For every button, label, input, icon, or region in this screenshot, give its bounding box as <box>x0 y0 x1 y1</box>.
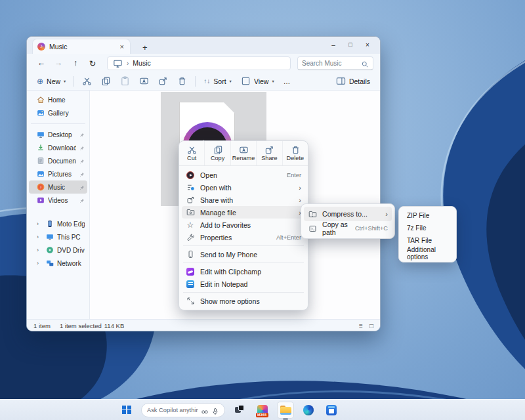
star-icon: ☆ <box>186 220 195 230</box>
sidebar-item-network[interactable]: › Network <box>29 257 87 270</box>
desktop: ♪ Music × + – □ × ← → ↑ ↻ › Music <box>0 0 525 420</box>
share-action[interactable]: Share <box>257 141 282 165</box>
menu-item-show-more-options[interactable]: Show more options <box>182 295 305 307</box>
tab-music[interactable]: ♪ Music × <box>32 39 131 54</box>
rename-button[interactable] <box>135 74 154 89</box>
details-pane-icon <box>336 76 346 86</box>
icons-view-toggle[interactable]: □ <box>369 322 373 329</box>
menu-item-properties[interactable]: Properties Alt+Enter <box>182 231 305 243</box>
chevron-right-icon[interactable]: › <box>37 234 43 240</box>
menu-item-manage-file[interactable]: Manage file › <box>182 206 305 219</box>
maximize-button[interactable]: □ <box>342 41 359 48</box>
breadcrumb-chevron-icon: › <box>127 60 129 67</box>
m365-badge: M365 <box>256 413 268 417</box>
clipchamp-icon <box>186 267 195 276</box>
menu-item-zip-file[interactable]: ZIP File <box>402 209 453 222</box>
close-button[interactable]: × <box>359 41 376 49</box>
menu-item-additional-options[interactable]: Additional options <box>402 247 453 259</box>
microphone-icon[interactable] <box>211 406 219 414</box>
sidebar-item-music[interactable]: ♪ Music <box>29 180 87 194</box>
compress-icon <box>308 209 317 219</box>
search-box[interactable] <box>297 56 373 70</box>
m365-copilot-button[interactable]: M365 <box>254 402 271 419</box>
menu-item-share-with[interactable]: Share with › <box>182 194 305 206</box>
pin-icon <box>79 171 85 177</box>
task-view-button[interactable] <box>231 402 248 419</box>
rename-action[interactable]: Rename <box>231 141 257 165</box>
pin-icon <box>79 184 85 190</box>
submenu-chevron-icon: › <box>299 196 301 204</box>
sidebar-item-this-pc[interactable]: › This PC <box>29 230 87 243</box>
paste-button[interactable] <box>116 74 135 89</box>
menu-item-edit-notepad[interactable]: Edit in Notepad <box>182 278 305 290</box>
copilot-vision-icon[interactable] <box>201 406 209 414</box>
copy-button[interactable] <box>96 74 116 89</box>
sidebar-item-phone[interactable]: › Moto Edge 50 Neo <box>29 217 87 230</box>
trash-icon <box>291 145 300 154</box>
menu-item-open-with[interactable]: Open with › <box>182 181 305 194</box>
pin-icon <box>79 198 85 203</box>
menu-item-open[interactable]: Open Enter <box>182 169 305 181</box>
back-button[interactable]: ← <box>33 58 49 68</box>
menu-item-compress-to[interactable]: Compress to... › <box>304 207 392 221</box>
copilot-search-input[interactable] <box>147 407 198 413</box>
sidebar-item-gallery[interactable]: Gallery <box>29 106 87 119</box>
navigation-bar: ← → ↑ ↻ › Music <box>27 54 380 72</box>
divider <box>183 262 304 263</box>
show-more-icon <box>186 297 195 306</box>
delete-button[interactable] <box>173 74 192 89</box>
sidebar-item-dvd-drive[interactable]: › DVD Drive (D:) CCC <box>29 243 87 257</box>
m365-icon: M365 <box>257 405 268 415</box>
up-button[interactable]: ↑ <box>68 58 83 68</box>
search-input[interactable] <box>302 60 361 67</box>
dvd-icon <box>46 246 54 254</box>
breadcrumb: Music <box>133 59 150 67</box>
sidebar-item-pictures[interactable]: Pictures <box>29 167 87 180</box>
edge-button[interactable] <box>300 402 317 419</box>
menu-item-tar-file[interactable]: TAR File <box>402 234 453 247</box>
share-button[interactable] <box>154 74 173 89</box>
details-button[interactable]: Details <box>331 74 375 89</box>
copilot-search-pill[interactable] <box>141 403 225 417</box>
submenu-chevron-icon: › <box>385 210 388 218</box>
start-button[interactable] <box>118 402 135 419</box>
menu-item-7z-file[interactable]: 7z File <box>402 222 453 234</box>
sidebar-item-videos[interactable]: Videos <box>29 194 87 207</box>
music-folder-icon: ♪ <box>37 183 45 191</box>
menu-item-copy-as-path[interactable]: Copy as path Ctrl+Shift+C <box>304 221 392 236</box>
sidebar-item-documents[interactable]: Documents <box>29 154 87 167</box>
copy-icon <box>101 76 111 86</box>
chevron-right-icon[interactable]: › <box>37 220 43 227</box>
new-button[interactable]: ⊕ New ▾ <box>32 74 70 89</box>
minimize-button[interactable]: – <box>325 41 342 49</box>
pin-icon <box>79 145 85 150</box>
view-button[interactable]: View ▾ <box>236 74 279 89</box>
cut-action[interactable]: Cut <box>179 141 205 165</box>
sort-button[interactable]: ↑↓ Sort ▾ <box>199 74 236 89</box>
chevron-right-icon[interactable]: › <box>37 260 43 266</box>
see-more-button[interactable]: … <box>279 74 295 89</box>
chevron-right-icon[interactable]: › <box>37 247 43 253</box>
menu-item-add-to-favorites[interactable]: ☆ Add to Favorites <box>182 219 305 231</box>
file-explorer-button[interactable] <box>277 402 294 419</box>
forward-button[interactable]: → <box>51 58 66 68</box>
menu-item-send-to-phone[interactable]: Send to My Phone <box>182 248 305 261</box>
menu-item-edit-clipchamp[interactable]: Edit with Clipchamp <box>182 265 305 278</box>
refresh-button[interactable]: ↻ <box>85 58 100 68</box>
view-icon <box>241 76 251 86</box>
sidebar-item-downloads[interactable]: Downloads <box>29 141 87 154</box>
chevron-down-icon: ▾ <box>230 79 232 84</box>
computer-icon <box>113 58 123 68</box>
store-button[interactable] <box>323 402 340 419</box>
address-bar[interactable]: › Music <box>107 56 291 70</box>
cut-button[interactable] <box>77 74 96 89</box>
delete-action[interactable]: Delete <box>283 141 308 165</box>
navigation-pane: Home Gallery Desktop Downloads <box>27 91 90 319</box>
list-view-toggle[interactable]: ≡ <box>359 322 363 329</box>
sidebar-item-desktop[interactable]: Desktop <box>29 128 87 141</box>
sidebar-item-home[interactable]: Home <box>29 93 87 106</box>
music-file-icon: ♪ <box>37 43 45 51</box>
tab-close-icon[interactable]: × <box>119 43 125 51</box>
copy-action[interactable]: Copy <box>205 141 230 165</box>
new-tab-button[interactable]: + <box>140 43 150 54</box>
